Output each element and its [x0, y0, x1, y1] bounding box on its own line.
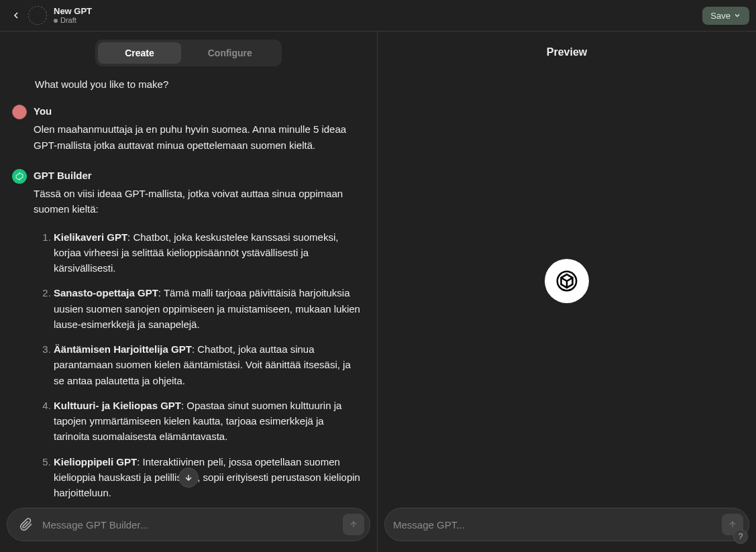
assistant-message: GPT Builder Tässä on viisi ideaa GPT-mal… — [12, 168, 362, 498]
system-prompt: What would you like to make? — [35, 78, 362, 90]
preview-input-box — [384, 508, 749, 541]
user-label: You — [34, 103, 362, 119]
scroll-to-bottom-button[interactable] — [178, 467, 199, 488]
cube-icon — [555, 270, 578, 292]
assistant-intro: Tässä on viisi ideaa GPT-mallista, jotka… — [34, 186, 362, 217]
list-item: Kulttuuri- ja Kieliopas GPT: Opastaa sin… — [54, 398, 362, 445]
list-item: Kielioppipeli GPT: Interaktiivinen peli,… — [54, 454, 362, 499]
list-item: Sanasto-opettaja GPT: Tämä malli tarjoaa… — [54, 285, 362, 332]
chat-scroll[interactable]: What would you like to make? You Olen ma… — [0, 72, 377, 498]
arrow-up-icon — [349, 520, 358, 529]
preview-message-input[interactable] — [393, 519, 716, 531]
attach-button[interactable] — [15, 514, 37, 535]
user-avatar-icon — [12, 105, 27, 119]
preview-heading: Preview — [378, 32, 756, 64]
page-title: New GPT — [54, 6, 92, 17]
back-button[interactable] — [7, 6, 25, 25]
preview-gpt-avatar — [545, 259, 589, 303]
list-item: Ääntämisen Harjoittelija GPT: Chatbot, j… — [54, 341, 362, 388]
builder-send-button[interactable] — [343, 514, 364, 535]
assistant-avatar-icon — [12, 169, 27, 184]
idea-list: Kielikaveri GPT: Chatbot, joka keskustel… — [47, 229, 362, 499]
preview-panel: Preview — [378, 32, 756, 552]
help-button[interactable]: ? — [733, 529, 748, 544]
create-panel: Create Configure What would you like to … — [0, 32, 378, 552]
assistant-label: GPT Builder — [34, 168, 362, 183]
app-header: New GPT Draft Save — [0, 0, 756, 32]
chevron-left-icon — [11, 10, 21, 21]
tab-configure[interactable]: Configure — [181, 42, 279, 64]
tabs: Create Configure — [95, 40, 282, 66]
save-button[interactable]: Save — [702, 7, 749, 25]
paperclip-icon — [19, 518, 33, 531]
arrow-up-icon — [728, 520, 737, 529]
user-message: You Olen maahanmuuttaja ja en puhu hyvin… — [12, 103, 362, 153]
builder-input-box — [7, 508, 370, 541]
title-block: New GPT Draft — [54, 6, 92, 25]
status-dot-icon — [54, 19, 58, 23]
builder-message-input[interactable] — [42, 519, 337, 531]
tab-create[interactable]: Create — [98, 42, 181, 64]
draft-status: Draft — [54, 16, 92, 25]
arrow-down-icon — [184, 473, 193, 482]
user-text: Olen maahanmuuttaja ja en puhu hyvin suo… — [34, 121, 362, 153]
gpt-avatar-placeholder — [28, 6, 47, 25]
chevron-down-icon — [733, 11, 741, 19]
list-item: Kielikaveri GPT: Chatbot, joka keskustel… — [54, 229, 362, 276]
